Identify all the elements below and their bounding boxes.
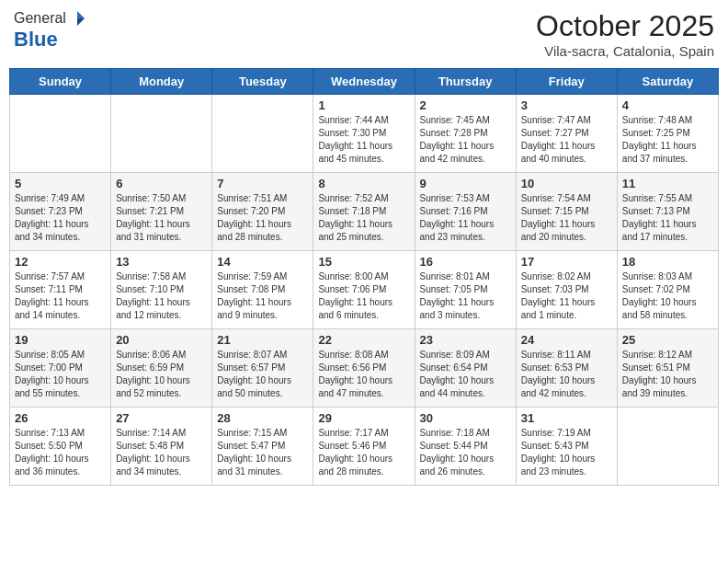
calendar-cell: 9Sunrise: 7:53 AMSunset: 7:16 PMDaylight… bbox=[415, 173, 516, 251]
day-number: 6 bbox=[116, 177, 207, 190]
logo-icon bbox=[68, 9, 86, 28]
day-info: Sunrise: 7:44 AMSunset: 7:30 PMDaylight:… bbox=[318, 114, 409, 166]
day-number: 12 bbox=[15, 255, 106, 269]
location: Vila-sacra, Catalonia, Spain bbox=[536, 43, 714, 59]
weekday-header-row: SundayMondayTuesdayWednesdayThursdayFrid… bbox=[10, 69, 719, 95]
calendar-cell: 18Sunrise: 8:03 AMSunset: 7:02 PMDayligh… bbox=[617, 251, 718, 329]
day-number: 28 bbox=[217, 411, 308, 425]
day-number: 13 bbox=[116, 255, 207, 269]
week-row-2: 5Sunrise: 7:49 AMSunset: 7:23 PMDaylight… bbox=[10, 173, 719, 251]
day-info: Sunrise: 8:01 AMSunset: 7:05 PMDaylight:… bbox=[420, 270, 511, 322]
calendar-cell: 1Sunrise: 7:44 AMSunset: 7:30 PMDaylight… bbox=[313, 95, 415, 173]
day-number: 18 bbox=[622, 255, 713, 269]
day-number: 16 bbox=[420, 255, 511, 269]
day-info: Sunrise: 7:51 AMSunset: 7:20 PMDaylight:… bbox=[217, 192, 308, 244]
day-info: Sunrise: 7:19 AMSunset: 5:43 PMDaylight:… bbox=[521, 427, 612, 478]
calendar-cell: 29Sunrise: 7:17 AMSunset: 5:46 PMDayligh… bbox=[313, 408, 415, 486]
calendar-cell: 15Sunrise: 8:00 AMSunset: 7:06 PMDayligh… bbox=[313, 251, 415, 329]
calendar-cell: 8Sunrise: 7:52 AMSunset: 7:18 PMDaylight… bbox=[313, 173, 415, 251]
weekday-header-thursday: Thursday bbox=[415, 69, 516, 95]
day-number: 14 bbox=[217, 255, 308, 269]
day-info: Sunrise: 7:17 AMSunset: 5:46 PMDaylight:… bbox=[318, 427, 409, 478]
day-number: 11 bbox=[622, 177, 713, 190]
calendar-cell: 3Sunrise: 7:47 AMSunset: 7:27 PMDaylight… bbox=[516, 95, 617, 173]
calendar-cell: 14Sunrise: 7:59 AMSunset: 7:08 PMDayligh… bbox=[212, 251, 313, 329]
day-number: 7 bbox=[217, 177, 308, 190]
day-number: 1 bbox=[318, 98, 409, 112]
day-info: Sunrise: 7:54 AMSunset: 7:15 PMDaylight:… bbox=[521, 192, 612, 244]
calendar-cell: 2Sunrise: 7:45 AMSunset: 7:28 PMDaylight… bbox=[415, 95, 516, 173]
calendar-cell: 30Sunrise: 7:18 AMSunset: 5:44 PMDayligh… bbox=[415, 408, 516, 486]
day-info: Sunrise: 8:02 AMSunset: 7:03 PMDaylight:… bbox=[521, 270, 612, 322]
day-number: 4 bbox=[622, 98, 713, 112]
calendar-cell: 13Sunrise: 7:58 AMSunset: 7:10 PMDayligh… bbox=[111, 251, 212, 329]
calendar-cell: 22Sunrise: 8:08 AMSunset: 6:56 PMDayligh… bbox=[313, 329, 415, 408]
day-info: Sunrise: 8:08 AMSunset: 6:56 PMDaylight:… bbox=[318, 349, 409, 400]
svg-marker-1 bbox=[77, 18, 85, 26]
calendar-cell: 7Sunrise: 7:51 AMSunset: 7:20 PMDaylight… bbox=[212, 173, 313, 251]
day-number: 5 bbox=[15, 177, 106, 190]
day-number: 26 bbox=[15, 411, 106, 425]
day-number: 23 bbox=[420, 333, 511, 347]
day-info: Sunrise: 8:00 AMSunset: 7:06 PMDaylight:… bbox=[318, 270, 409, 322]
page-header: General Blue October 2025 Vila-sacra, Ca… bbox=[9, 9, 719, 59]
weekday-header-wednesday: Wednesday bbox=[313, 69, 415, 95]
calendar-cell: 28Sunrise: 7:15 AMSunset: 5:47 PMDayligh… bbox=[212, 408, 313, 486]
day-number: 9 bbox=[420, 177, 511, 190]
calendar-cell bbox=[111, 95, 212, 173]
day-number: 17 bbox=[521, 255, 612, 269]
calendar-cell: 25Sunrise: 8:12 AMSunset: 6:51 PMDayligh… bbox=[617, 329, 718, 408]
day-number: 2 bbox=[420, 98, 511, 112]
week-row-5: 26Sunrise: 7:13 AMSunset: 5:50 PMDayligh… bbox=[10, 408, 719, 486]
day-info: Sunrise: 7:53 AMSunset: 7:16 PMDaylight:… bbox=[420, 192, 511, 244]
day-number: 25 bbox=[622, 333, 713, 347]
weekday-header-tuesday: Tuesday bbox=[212, 69, 313, 95]
day-info: Sunrise: 7:18 AMSunset: 5:44 PMDaylight:… bbox=[420, 427, 511, 478]
day-info: Sunrise: 8:03 AMSunset: 7:02 PMDaylight:… bbox=[622, 270, 713, 322]
calendar-cell: 5Sunrise: 7:49 AMSunset: 7:23 PMDaylight… bbox=[10, 173, 111, 251]
day-info: Sunrise: 7:58 AMSunset: 7:10 PMDaylight:… bbox=[116, 270, 207, 322]
month-title: October 2025 bbox=[536, 9, 714, 43]
calendar-cell bbox=[10, 95, 111, 173]
week-row-3: 12Sunrise: 7:57 AMSunset: 7:11 PMDayligh… bbox=[10, 251, 719, 329]
logo-blue-text: Blue bbox=[14, 28, 86, 52]
calendar-cell: 16Sunrise: 8:01 AMSunset: 7:05 PMDayligh… bbox=[415, 251, 516, 329]
title-block: October 2025 Vila-sacra, Catalonia, Spai… bbox=[536, 9, 714, 59]
day-number: 10 bbox=[521, 177, 612, 190]
day-number: 31 bbox=[521, 411, 612, 425]
week-row-4: 19Sunrise: 8:05 AMSunset: 7:00 PMDayligh… bbox=[10, 329, 719, 408]
day-number: 29 bbox=[318, 411, 409, 425]
day-info: Sunrise: 7:49 AMSunset: 7:23 PMDaylight:… bbox=[15, 192, 106, 244]
day-info: Sunrise: 7:15 AMSunset: 5:47 PMDaylight:… bbox=[217, 427, 308, 478]
week-row-1: 1Sunrise: 7:44 AMSunset: 7:30 PMDaylight… bbox=[10, 95, 719, 173]
weekday-header-sunday: Sunday bbox=[10, 69, 111, 95]
calendar-cell: 12Sunrise: 7:57 AMSunset: 7:11 PMDayligh… bbox=[10, 251, 111, 329]
calendar-table: SundayMondayTuesdayWednesdayThursdayFrid… bbox=[9, 68, 719, 486]
calendar-cell bbox=[212, 95, 313, 173]
day-info: Sunrise: 8:07 AMSunset: 6:57 PMDaylight:… bbox=[217, 349, 308, 400]
day-number: 15 bbox=[318, 255, 409, 269]
calendar-cell: 23Sunrise: 8:09 AMSunset: 6:54 PMDayligh… bbox=[415, 329, 516, 408]
day-number: 20 bbox=[116, 333, 207, 347]
calendar-cell: 27Sunrise: 7:14 AMSunset: 5:48 PMDayligh… bbox=[111, 408, 212, 486]
calendar-cell: 20Sunrise: 8:06 AMSunset: 6:59 PMDayligh… bbox=[111, 329, 212, 408]
calendar-cell: 11Sunrise: 7:55 AMSunset: 7:13 PMDayligh… bbox=[617, 173, 718, 251]
day-info: Sunrise: 8:09 AMSunset: 6:54 PMDaylight:… bbox=[420, 349, 511, 400]
day-number: 24 bbox=[521, 333, 612, 347]
calendar-cell: 31Sunrise: 7:19 AMSunset: 5:43 PMDayligh… bbox=[516, 408, 617, 486]
calendar-cell: 19Sunrise: 8:05 AMSunset: 7:00 PMDayligh… bbox=[10, 329, 111, 408]
calendar-cell: 26Sunrise: 7:13 AMSunset: 5:50 PMDayligh… bbox=[10, 408, 111, 486]
day-info: Sunrise: 7:48 AMSunset: 7:25 PMDaylight:… bbox=[622, 114, 713, 166]
day-info: Sunrise: 7:52 AMSunset: 7:18 PMDaylight:… bbox=[318, 192, 409, 244]
day-info: Sunrise: 7:50 AMSunset: 7:21 PMDaylight:… bbox=[116, 192, 207, 244]
day-number: 22 bbox=[318, 333, 409, 347]
day-number: 30 bbox=[420, 411, 511, 425]
day-info: Sunrise: 7:55 AMSunset: 7:13 PMDaylight:… bbox=[622, 192, 713, 244]
day-info: Sunrise: 7:14 AMSunset: 5:48 PMDaylight:… bbox=[116, 427, 207, 478]
calendar-cell: 17Sunrise: 8:02 AMSunset: 7:03 PMDayligh… bbox=[516, 251, 617, 329]
svg-marker-0 bbox=[77, 11, 85, 18]
day-info: Sunrise: 8:12 AMSunset: 6:51 PMDaylight:… bbox=[622, 349, 713, 400]
day-info: Sunrise: 7:47 AMSunset: 7:27 PMDaylight:… bbox=[521, 114, 612, 166]
day-number: 8 bbox=[318, 177, 409, 190]
weekday-header-monday: Monday bbox=[111, 69, 212, 95]
